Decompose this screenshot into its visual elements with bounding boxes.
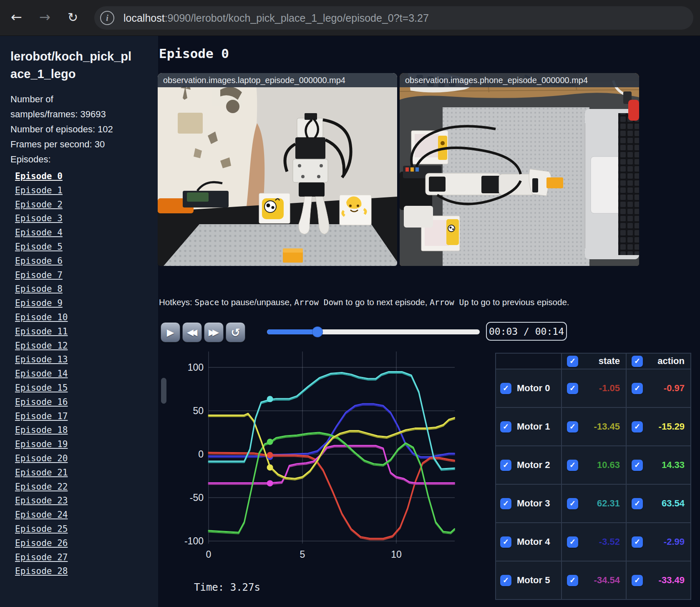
checkbox[interactable]: ✓ [500, 421, 511, 432]
checkbox[interactable]: ✓ [500, 575, 511, 586]
episode-link-7[interactable]: Episode 7 [15, 268, 158, 283]
checkbox[interactable]: ✓ [632, 421, 643, 432]
checkbox[interactable]: ✓ [567, 421, 578, 432]
dataset-info-line: Frames per second: 30 [10, 137, 158, 152]
episode-link-4[interactable]: Episode 4 [15, 226, 158, 240]
motor-5-state-cell: ✓-34.54 [562, 561, 626, 599]
checkbox[interactable]: ✓ [567, 575, 578, 586]
episode-link-16[interactable]: Episode 16 [15, 395, 158, 410]
episode-link-3[interactable]: Episode 3 [15, 212, 158, 226]
checkbox[interactable]: ✓ [500, 536, 511, 548]
video-title: observation.images.laptop_episode_000000… [158, 73, 397, 87]
checkbox[interactable]: ✓ [567, 498, 578, 509]
episode-link-23[interactable]: Episode 23 [15, 494, 158, 508]
motor-3-action-cell: ✓63.54 [626, 484, 691, 523]
dataset-info-line: Number of episodes: 102 [10, 122, 158, 137]
checkbox[interactable]: ✓ [632, 498, 643, 509]
checkbox[interactable]: ✓ [567, 356, 578, 367]
episode-link-22[interactable]: Episode 22 [15, 480, 158, 494]
checkbox[interactable]: ✓ [632, 536, 643, 548]
phone-camera-frame [400, 73, 639, 266]
state-value: -3.52 [599, 536, 620, 547]
episode-link-21[interactable]: Episode 21 [15, 466, 158, 480]
x-tick-label: 10 [391, 549, 402, 560]
checkbox[interactable]: ✓ [500, 498, 511, 509]
motor-name: Motor 5 [517, 575, 550, 586]
x-tick-label: 0 [206, 549, 212, 560]
url-text[interactable]: localhost:9090/lerobot/koch_pick_place_1… [123, 12, 429, 24]
motor-row-label-0: ✓Motor 0 [496, 369, 562, 407]
red-object [628, 100, 639, 121]
episode-link-15[interactable]: Episode 15 [15, 381, 158, 395]
video-laptop-camera[interactable]: observation.images.laptop_episode_000000… [158, 73, 397, 266]
episode-link-2[interactable]: Episode 2 [15, 198, 158, 212]
action-value: -0.97 [664, 383, 685, 394]
episode-link-13[interactable]: Episode 13 [15, 353, 158, 367]
video-phone-camera[interactable]: observation.images.phone_episode_000000.… [400, 73, 639, 266]
action-value: -33.49 [659, 575, 685, 586]
episode-link-6[interactable]: Episode 6 [15, 254, 158, 268]
episode-link-11[interactable]: Episode 11 [15, 325, 158, 339]
episode-link-5[interactable]: Episode 5 [15, 240, 158, 254]
episode-link-1[interactable]: Episode 1 [15, 184, 158, 198]
motor-name: Motor 2 [517, 460, 550, 470]
dataset-info-line: samples/frames: 39693 [10, 107, 158, 122]
episode-link-19[interactable]: Episode 19 [15, 438, 158, 452]
browser-toolbar: ← → ↻ i localhost:9090/lerobot/koch_pick… [0, 0, 700, 36]
action-value: -15.29 [659, 421, 685, 432]
reload-icon[interactable]: ↻ [68, 10, 78, 25]
site-info-icon[interactable]: i [100, 11, 114, 25]
header-label-state: state [599, 356, 620, 367]
episode-link-9[interactable]: Episode 9 [15, 296, 158, 311]
back-icon[interactable]: ← [11, 9, 22, 25]
episode-link-12[interactable]: Episode 12 [15, 339, 158, 353]
checkbox[interactable]: ✓ [567, 460, 578, 471]
motor-0-state-cell: ✓-1.05 [562, 369, 626, 407]
motor-row-label-1: ✓Motor 1 [496, 407, 562, 446]
checkbox[interactable]: ✓ [567, 536, 578, 548]
page-title: Episode 0 [159, 46, 229, 61]
url-bar[interactable]: i localhost:9090/lerobot/koch_pick_place… [94, 6, 693, 30]
lego-brick [546, 177, 563, 188]
marker-motor0 [267, 452, 273, 458]
checkbox[interactable]: ✓ [632, 575, 643, 586]
episode-link-18[interactable]: Episode 18 [15, 423, 158, 438]
y-tick-label: -100 [184, 536, 204, 546]
dataset-info-line: Number of [10, 92, 158, 107]
episode-link-17[interactable]: Episode 17 [15, 410, 158, 424]
forward-icon[interactable]: → [39, 9, 50, 25]
marker-motor2 [267, 439, 273, 445]
keyboard [618, 113, 639, 255]
state-value: -1.05 [599, 383, 620, 394]
motor-chart[interactable]: -100-500501000510 [167, 334, 459, 584]
video-title: observation.images.phone_episode_000000.… [400, 73, 639, 87]
sidebar: lerobot/koch_pick_place_1_lego Number of… [0, 36, 158, 607]
scrollbar-thumb[interactable] [161, 378, 166, 404]
action-value: 63.54 [662, 498, 685, 509]
state-value: 10.63 [597, 460, 620, 470]
checkbox[interactable]: ✓ [632, 356, 643, 367]
checkbox[interactable]: ✓ [500, 383, 511, 394]
episode-link-10[interactable]: Episode 10 [15, 311, 158, 325]
episode-link-24[interactable]: Episode 24 [15, 508, 158, 522]
y-tick-label: 0 [198, 449, 204, 460]
episode-link-14[interactable]: Episode 14 [15, 367, 158, 381]
motor-2-state-cell: ✓10.63 [562, 446, 626, 484]
dataset-info-line: Episodes: [10, 152, 158, 167]
header-state: ✓state [562, 353, 626, 369]
motor-row-label-3: ✓Motor 3 [496, 484, 562, 523]
episode-link-28[interactable]: Episode 28 [15, 564, 158, 579]
episode-link-27[interactable]: Episode 27 [15, 551, 158, 565]
checkbox[interactable]: ✓ [500, 460, 511, 471]
episode-link-26[interactable]: Episode 26 [15, 536, 158, 551]
state-value: 62.31 [597, 498, 620, 509]
checkbox[interactable]: ✓ [632, 383, 643, 394]
checkbox[interactable]: ✓ [567, 383, 578, 394]
episode-link-25[interactable]: Episode 25 [15, 522, 158, 536]
checkbox[interactable]: ✓ [632, 460, 643, 471]
series-action-motor4 [209, 404, 455, 457]
episode-link-8[interactable]: Episode 8 [15, 282, 158, 296]
episode-link-0[interactable]: Episode 0 [15, 169, 158, 184]
episode-link-20[interactable]: Episode 20 [15, 452, 158, 466]
motor-2-action-cell: ✓14.33 [626, 446, 691, 484]
